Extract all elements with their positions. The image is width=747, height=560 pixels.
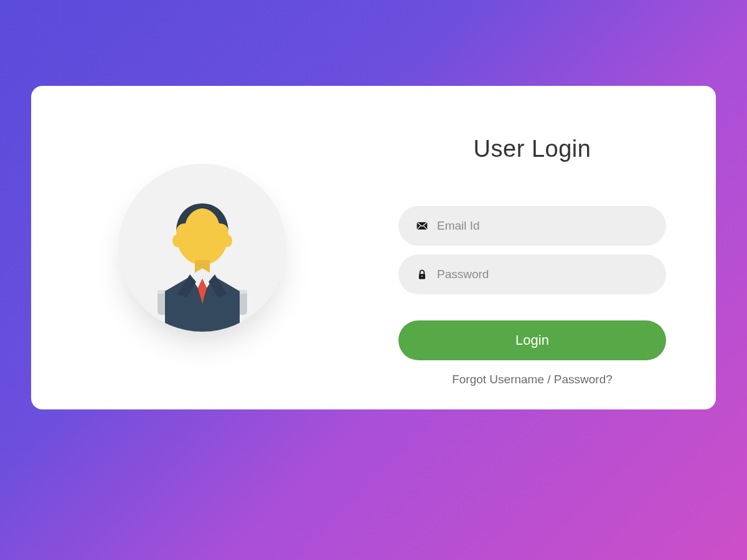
password-input-group[interactable] [398,254,666,294]
svg-point-5 [223,235,232,247]
user-avatar-icon: @ [118,164,286,332]
email-input-group[interactable] [398,206,666,246]
password-field[interactable] [437,268,649,281]
lock-icon [416,268,428,281]
login-button[interactable]: Login [398,320,666,360]
page-title: User Login [398,136,666,162]
svg-point-4 [172,235,181,247]
login-card: @ User Login [31,86,716,409]
svg-point-9 [421,276,423,277]
avatar-panel: @ [31,86,374,409]
avatar-circle: @ [118,164,286,332]
form-panel: User Login Login Forgot Username / Passw… [374,86,716,409]
envelope-icon [416,220,428,232]
forgot-link[interactable]: Forgot Username / Password? [398,373,666,386]
email-field[interactable] [437,219,649,233]
